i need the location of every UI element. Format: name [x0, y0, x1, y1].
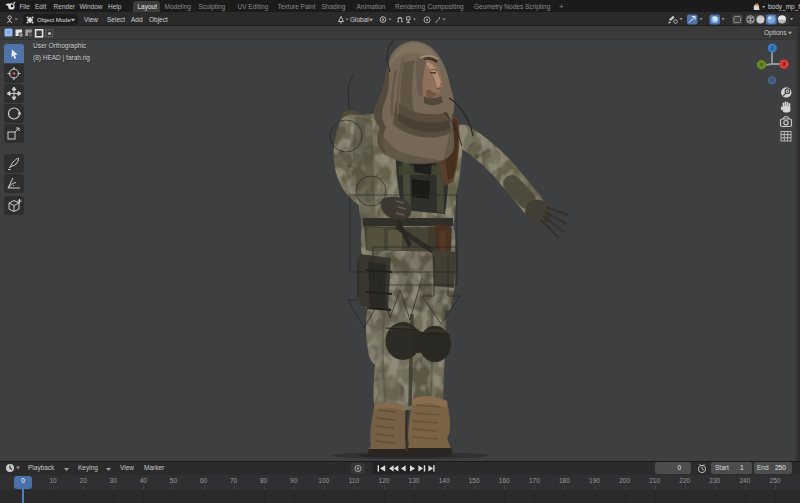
- svg-text:Z: Z: [771, 45, 774, 51]
